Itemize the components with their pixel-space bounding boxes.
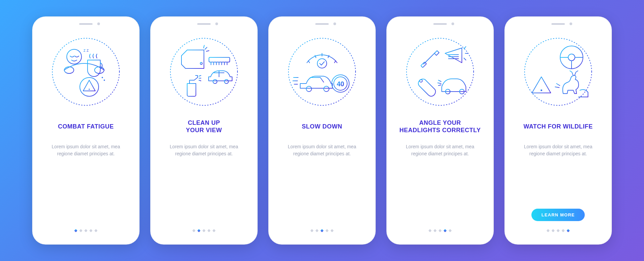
svg-point-19	[324, 86, 329, 92]
screen-body: Lorem ipsum dolor sit amet, mea regione …	[162, 143, 246, 157]
clean-view-icon	[169, 37, 239, 107]
page-dot[interactable]	[207, 229, 211, 232]
onboarding-screen: CLEAN UP YOUR VIEW Lorem ipsum dolor sit…	[150, 16, 258, 245]
page-dot[interactable]	[325, 229, 329, 232]
wildlife-icon	[523, 37, 593, 107]
slow-down-icon: 40	[287, 37, 357, 107]
screen-body: Lorem ipsum dolor sit amet, mea regione …	[280, 143, 364, 157]
page-dot[interactable]	[561, 229, 565, 232]
svg-point-1	[67, 49, 82, 64]
screen-body: Lorem ipsum dolor sit amet, mea regione …	[398, 143, 482, 157]
page-dot[interactable]	[546, 229, 550, 232]
page-dot[interactable]	[315, 229, 319, 232]
svg-rect-12	[209, 57, 230, 62]
svg-point-25	[420, 80, 422, 82]
page-dot[interactable]	[438, 229, 442, 232]
page-dot[interactable]	[320, 229, 324, 232]
page-dot[interactable]	[310, 229, 314, 232]
page-dot[interactable]	[79, 229, 83, 232]
page-indicator	[311, 229, 333, 232]
page-dot[interactable]	[556, 229, 560, 232]
page-dot[interactable]	[89, 229, 93, 232]
svg-point-18	[306, 86, 312, 92]
page-dot[interactable]	[448, 229, 452, 232]
screen-title: SLOW DOWN	[302, 118, 342, 135]
svg-point-4	[95, 67, 104, 73]
svg-point-11	[200, 62, 202, 64]
headlights-icon	[405, 37, 475, 107]
screen-body: Lorem ipsum dolor sit amet, mea regione …	[516, 143, 600, 157]
onboarding-screen: z z COMBAT FATIGUE Lorem ipsum dolor sit…	[32, 16, 140, 245]
onboarding-screen: 40 SLOW DOWN Lorem ipsum dolor sit amet,…	[268, 16, 376, 245]
svg-point-23	[407, 38, 474, 105]
fatigue-icon: z z	[51, 37, 121, 107]
learn-more-button[interactable]: LEARN MORE	[531, 209, 585, 221]
svg-point-10	[170, 38, 237, 105]
page-indicator	[193, 229, 215, 232]
svg-point-6	[104, 80, 105, 81]
page-dot[interactable]	[330, 229, 334, 232]
svg-point-13	[213, 80, 217, 84]
page-dot[interactable]	[74, 229, 77, 232]
svg-rect-24	[421, 62, 427, 68]
page-indicator	[429, 229, 451, 232]
page-dot[interactable]	[443, 229, 447, 232]
onboarding-screen: ANGLE YOUR HEADLIGHTS CORRECTLY Lorem ip…	[386, 16, 494, 245]
svg-text:40: 40	[337, 80, 344, 88]
screen-title: CLEAN UP YOUR VIEW	[186, 118, 222, 135]
page-dot[interactable]	[202, 229, 206, 232]
screen-title: WATCH FOR WILDLIFE	[524, 118, 593, 135]
page-indicator	[75, 229, 97, 232]
screen-body: Lorem ipsum dolor sit amet, mea regione …	[44, 143, 128, 157]
screen-title: ANGLE YOUR HEADLIGHTS CORRECTLY	[399, 118, 481, 135]
page-dot[interactable]	[551, 229, 555, 232]
screen-title: COMBAT FATIGUE	[58, 118, 114, 135]
page-dot[interactable]	[428, 229, 432, 232]
page-dot[interactable]	[567, 229, 570, 232]
page-dot[interactable]	[192, 229, 196, 232]
svg-point-14	[224, 80, 228, 84]
page-dot[interactable]	[212, 229, 216, 232]
svg-point-28	[525, 38, 592, 105]
svg-point-5	[102, 77, 103, 78]
svg-point-30	[568, 54, 575, 61]
svg-text:z z: z z	[84, 48, 89, 53]
page-dot[interactable]	[197, 229, 201, 232]
page-dot[interactable]	[94, 229, 98, 232]
page-indicator	[547, 229, 570, 232]
onboarding-screen: WATCH FOR WILDLIFE Lorem ipsum dolor sit…	[504, 16, 612, 245]
page-dot[interactable]	[84, 229, 88, 232]
page-dot[interactable]	[433, 229, 437, 232]
svg-point-32	[541, 90, 542, 91]
svg-point-17	[317, 59, 327, 68]
svg-point-9	[89, 89, 90, 90]
svg-point-16	[288, 38, 356, 105]
svg-point-3	[64, 67, 74, 73]
